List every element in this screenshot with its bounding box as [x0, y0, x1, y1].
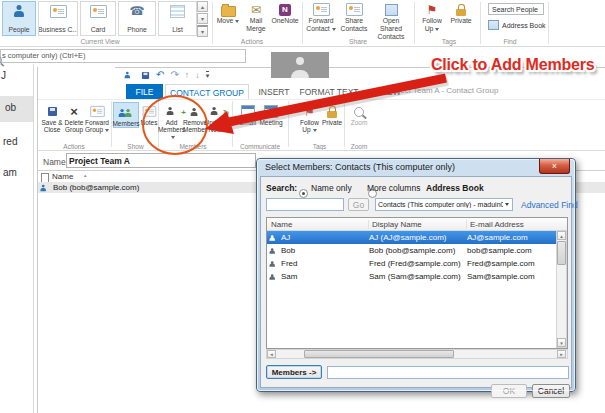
gallery-scroll-down[interactable]: ▾: [197, 13, 208, 24]
contact-name: Sam: [281, 272, 297, 281]
sort-ascending-icon: ▴: [84, 173, 87, 178]
photo-shoulders-shape: [291, 70, 309, 78]
cribbon-bottom-border: [38, 150, 605, 151]
up-arrow-icon[interactable]: ↑: [185, 71, 190, 80]
forward-contact-icon: [313, 3, 330, 16]
save-qat-icon[interactable]: [142, 71, 149, 78]
ok-button[interactable]: OK: [491, 384, 527, 398]
members-field[interactable]: [327, 366, 569, 379]
view-tile-people[interactable]: People: [2, 1, 36, 36]
scroll-down-button[interactable]: ▾: [557, 338, 566, 347]
go-button[interactable]: Go: [348, 198, 369, 211]
scroll-thumb[interactable]: [557, 241, 566, 265]
radio-name-only[interactable]: [299, 189, 308, 198]
email-button[interactable]: Email: [237, 102, 259, 126]
search-people-box[interactable]: Search People: [488, 3, 544, 15]
ribbon-separator: [344, 101, 345, 147]
mail-merge-label: Mail Merge: [243, 17, 269, 33]
forward-contact-button[interactable]: Forward Contact: [305, 2, 337, 33]
delete-group-button[interactable]: × Delete Group: [63, 102, 85, 134]
qat-customize-icon[interactable]: ▾: [206, 71, 210, 79]
dialog-search-input[interactable]: [266, 198, 344, 211]
group-name-input[interactable]: [66, 153, 256, 168]
open-shared-contacts-button[interactable]: Open Shared Contacts: [371, 2, 411, 40]
view-tile-list[interactable]: List: [158, 1, 197, 36]
ribbon-bottom-border: [0, 46, 605, 47]
sidebar-item[interactable]: am: [3, 167, 17, 178]
member-list-header-label: Name: [52, 172, 73, 181]
move-button[interactable]: Move: [215, 2, 241, 25]
undo-icon[interactable]: ↶: [156, 70, 164, 80]
gallery-more-button[interactable]: ▾: [197, 25, 208, 37]
view-tile-label: Phone: [127, 26, 147, 33]
scroll-down-icon: ▾: [201, 15, 204, 22]
down-arrow-icon[interactable]: ↓: [195, 71, 200, 80]
contact-row[interactable]: Bob Bob (bob@sample.com) bob@sample.com: [267, 244, 567, 257]
column-header-email[interactable]: E-mail Address: [467, 220, 567, 229]
share-contacts-button[interactable]: Share Contacts: [339, 2, 369, 33]
advanced-find-link[interactable]: Advanced Find: [521, 200, 578, 210]
scroll-thumb[interactable]: [304, 350, 454, 358]
people-qat-icon[interactable]: [124, 72, 130, 79]
view-tile-phone[interactable]: ☎ Phone: [118, 1, 156, 36]
scroll-right-button[interactable]: ▸: [557, 350, 566, 358]
contact-email: Sam@sample.com: [467, 272, 567, 281]
group-label-share: Share: [328, 38, 388, 45]
group-private-button[interactable]: Private: [322, 102, 342, 126]
quick-access-toolbar: ↶ ↷ ↑ ↓ ▾: [124, 69, 209, 81]
scroll-left-button[interactable]: ◂: [267, 350, 276, 358]
cancel-button[interactable]: Cancel: [532, 384, 570, 398]
table-horizontal-scrollbar[interactable]: ◂ ▸: [266, 349, 568, 359]
redo-icon[interactable]: ↷: [170, 70, 178, 80]
contact-display-name: Fred (Fred@sample.com): [369, 259, 467, 268]
view-tile-card[interactable]: Card: [80, 1, 116, 36]
radio-name-only-label[interactable]: Name only: [311, 183, 352, 193]
envelope-icon: ✉: [251, 4, 261, 16]
sidebar-item[interactable]: ob: [5, 102, 16, 113]
members-button[interactable]: Members: [113, 102, 139, 128]
tab-format-text[interactable]: FORMAT TEXT: [298, 84, 360, 100]
view-tile-business-card[interactable]: Business C...: [38, 1, 78, 36]
address-book-icon: [488, 20, 499, 30]
members-add-button[interactable]: Members ->: [266, 365, 322, 379]
person-icon: [14, 5, 25, 17]
list-icon: [170, 5, 185, 18]
group-follow-up-button[interactable]: ⚑ Follow Up: [297, 102, 322, 134]
forward-group-button[interactable]: Forward Group: [84, 102, 110, 134]
scroll-down-icon: ▾: [560, 340, 563, 346]
ribbon-separator: [414, 2, 415, 44]
contact-row[interactable]: AJ AJ (AJ@sample.com) AJ@sample.com: [267, 231, 567, 244]
tab-insert[interactable]: INSERT: [254, 84, 294, 100]
column-header-name[interactable]: Name: [267, 220, 369, 229]
email-label: Email: [240, 119, 256, 126]
onenote-button[interactable]: N OneNote: [271, 2, 299, 25]
follow-up-button[interactable]: ⚑ Follow Up: [419, 2, 445, 33]
contact-email: AJ@sample.com: [467, 233, 567, 242]
contact-display-name: Sam (Sam@sample.com): [369, 272, 467, 281]
scroll-up-button[interactable]: ▴: [557, 231, 566, 240]
address-book-dropdown[interactable]: Contacts (This computer only) - maduin01…: [375, 198, 513, 211]
contact-name: Fred: [281, 259, 297, 268]
dialog-search-label: Search:: [266, 183, 297, 193]
column-header-display-name[interactable]: Display Name: [369, 220, 467, 229]
contact-window-title: Project Team A - Contact Group: [386, 86, 498, 95]
meeting-button[interactable]: Meeting: [259, 102, 283, 126]
private-button[interactable]: Private: [448, 2, 474, 25]
contact-row[interactable]: Fred Fred (Fred@sample.com) Fred@sample.…: [267, 257, 567, 270]
gallery-scroll-up[interactable]: ▴: [197, 1, 208, 12]
sidebar-item[interactable]: red: [3, 136, 17, 147]
contact-row[interactable]: Sam Sam (Sam@sample.com) Sam@sample.com: [267, 270, 567, 283]
ok-button-label: OK: [503, 386, 515, 396]
onenote-icon: N: [279, 4, 291, 16]
sidebar-item[interactable]: J: [1, 70, 6, 81]
radio-more-columns-label[interactable]: More columns: [367, 183, 420, 193]
dialog-close-button[interactable]: ×: [539, 159, 570, 174]
scroll-up-icon: ▴: [201, 3, 204, 10]
search-input[interactable]: s computer only) (Ctrl+E): [0, 49, 246, 63]
tab-file[interactable]: FILE: [126, 84, 163, 100]
mail-merge-button[interactable]: ✉ Mail Merge: [243, 2, 269, 33]
address-book-button[interactable]: Address Book: [488, 20, 546, 30]
save-close-button[interactable]: Save & Close: [39, 102, 65, 134]
zoom-button[interactable]: Zoom: [348, 102, 370, 126]
table-vertical-scrollbar[interactable]: ▴ ▾: [556, 230, 567, 348]
